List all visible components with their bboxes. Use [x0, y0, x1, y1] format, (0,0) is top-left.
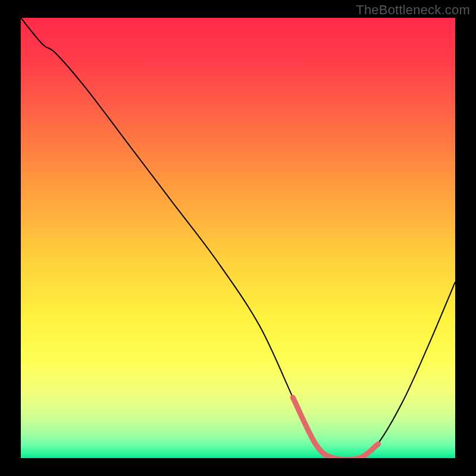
chart-frame: TheBottleneck.com: [0, 0, 476, 476]
curve-layer: [21, 18, 455, 458]
highlight-segment: [293, 397, 378, 458]
bottleneck-curve: [21, 18, 455, 458]
watermark-text: TheBottleneck.com: [356, 2, 470, 18]
plot-area: [21, 18, 455, 458]
